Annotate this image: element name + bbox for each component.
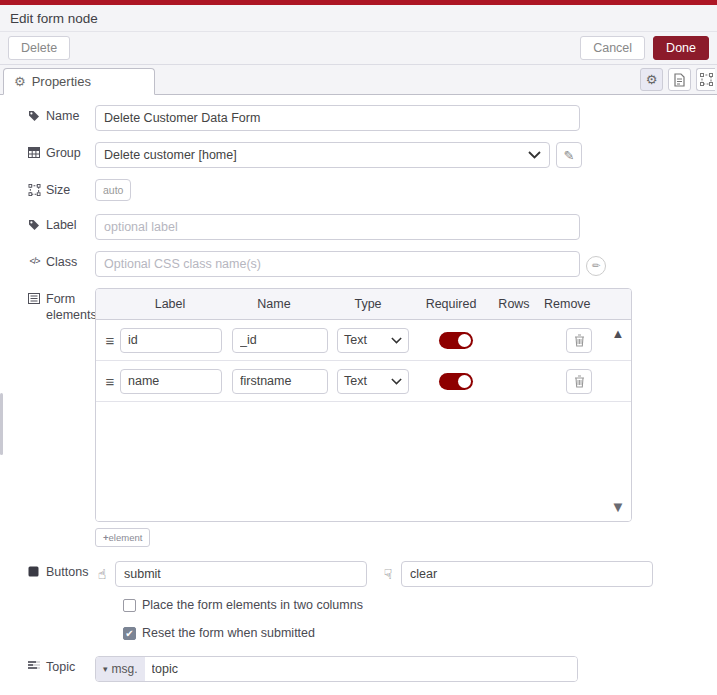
thumbs-down-icon: ☟ [381,566,395,582]
submit-button-input[interactable] [115,561,367,587]
scroll-down-icon[interactable]: ▼ [611,498,626,515]
buttons-inputs: ☝ ☟ [95,561,653,587]
header-remove: Remove [538,297,631,311]
scroll-up-icon[interactable]: ▲ [612,326,625,341]
trash-icon [574,375,585,388]
check-icon: ✔ [125,628,133,639]
form-element-row: ≡ Text [96,361,631,402]
thumbs-up-icon: ☝ [95,566,109,582]
trash-icon [574,334,585,347]
name-label: Name [28,105,95,125]
object-group-icon [700,73,713,86]
size-row: Size auto [28,179,717,201]
table-icon [28,146,41,158]
gear-icon: ⚙ [646,72,658,87]
element-label-input[interactable] [120,328,222,353]
topic-input[interactable] [145,657,577,681]
two-columns-row: Place the form elements in two columns [123,598,717,612]
class-input-wrap: ✎ [95,251,606,277]
appearance-tool-button[interactable] [696,68,715,91]
label-label: Label [28,214,95,234]
name-input[interactable] [95,105,580,131]
header-rows: Rows [490,297,538,311]
element-type-select[interactable]: Text [337,369,409,394]
code-icon: </> [28,255,41,267]
edit-group-button[interactable]: ✎ [556,142,582,168]
topic-row: Topic ▾ msg. [28,656,717,682]
list-icon [28,292,41,304]
label-input[interactable] [95,214,580,240]
form-element-row: ≡ Text [96,320,631,361]
group-select[interactable]: Delete customer [home] [95,142,550,168]
topic-typed-input: ▾ msg. [95,656,578,682]
size-label: Size [28,179,95,199]
pencil-icon: ✎ [564,148,575,163]
list-header: Label Name Type Required Rows Remove [96,289,631,320]
remove-element-button[interactable] [566,328,592,353]
group-row: Group Delete customer [home] ✎ [28,142,717,168]
reset-label: Reset the form when submitted [142,626,315,640]
topic-label: Topic [28,656,95,676]
element-name-input[interactable] [232,369,328,394]
group-select-value: Delete customer [home] [104,148,528,162]
dialog-title: Edit form node [0,5,717,32]
label-row: Label [28,214,717,240]
properties-panel: Name Group Delete customer [home] ✎ Size… [0,95,717,682]
header-type: Type [324,297,412,311]
done-button[interactable]: Done [653,36,709,60]
description-tool-button[interactable] [668,68,691,91]
caret-down-icon: ▾ [103,664,108,674]
reset-checkbox[interactable]: ✔ [123,627,136,640]
list-scrollbar[interactable]: ▲ ▼ [609,326,627,515]
chevron-down-icon [391,337,402,344]
required-toggle[interactable] [439,332,473,349]
drag-handle-icon[interactable]: ≡ [100,332,120,349]
editor-tabbar: ⚙ Properties ⚙ [0,65,717,95]
object-group-icon [28,183,41,196]
form-elements-list: Label Name Type Required Rows Remove ≡ T… [95,288,632,561]
tasks-icon [28,660,41,671]
editable-list: Label Name Type Required Rows Remove ≡ T… [95,288,632,522]
topic-type-value: msg. [112,662,138,676]
element-label-input[interactable] [120,369,222,394]
clear-button-input[interactable] [401,561,653,587]
class-picker-button[interactable]: ✎ [586,256,606,276]
dialog-toolbar: Delete Cancel Done [0,32,717,65]
tag-icon [28,109,41,122]
buttons-label: Buttons [28,561,95,581]
class-label: </> Class [28,251,95,271]
element-type-select[interactable]: Text [337,328,409,353]
editor-edge-scrollbar[interactable] [0,393,3,455]
form-elements-row: Form elements Label Name Type Required R… [28,288,717,561]
topic-type-select[interactable]: ▾ msg. [96,657,145,681]
buttons-row: Buttons ☝ ☟ [28,561,717,587]
square-icon [28,565,41,577]
element-name-input[interactable] [232,328,328,353]
header-name: Name [224,297,324,311]
tab-properties[interactable]: ⚙ Properties [3,68,155,95]
document-icon [674,73,685,87]
required-toggle[interactable] [439,373,473,390]
chevron-down-icon [391,378,402,385]
add-element-button[interactable]: +element [95,528,150,547]
two-columns-checkbox[interactable] [123,599,136,612]
size-button[interactable]: auto [95,179,131,201]
name-row: Name [28,105,717,131]
drag-handle-icon[interactable]: ≡ [100,373,120,390]
group-label: Group [28,142,95,162]
chevron-down-icon [528,151,541,159]
tab-tools: ⚙ [640,68,715,91]
gear-icon: ⚙ [14,74,26,89]
pencil-icon: ✎ [589,259,603,273]
class-row: </> Class ✎ [28,251,717,277]
cancel-button[interactable]: Cancel [580,36,645,60]
remove-element-button[interactable] [566,369,592,394]
delete-button[interactable]: Delete [8,36,70,60]
reset-row: ✔ Reset the form when submitted [123,626,717,640]
form-elements-label: Form elements [28,288,95,323]
class-input[interactable] [95,251,580,277]
tag-icon [28,218,41,231]
list-body: ≡ Text ≡ [96,320,631,521]
header-required: Required [412,297,490,311]
properties-tool-button[interactable]: ⚙ [640,68,663,91]
